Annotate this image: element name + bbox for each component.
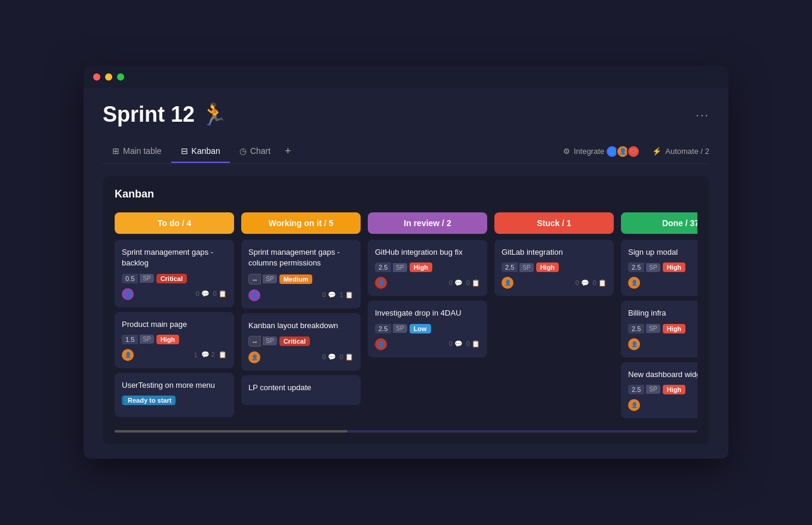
page-title: Sprint 12 🏃	[103, 102, 227, 127]
automate-icon: ⚡	[652, 147, 662, 156]
footer-stats: 0 💬 0 📋	[322, 353, 353, 361]
priority-tag: Critical	[279, 336, 310, 346]
card-footer: 👤 0 💬 0 📋	[628, 277, 697, 289]
footer-stats: 0 💬 0 📋	[449, 340, 480, 348]
stat-likes: 1	[194, 351, 198, 359]
card-footer: 👤 0 💬 0 📋	[628, 338, 697, 350]
sp-group: 2.5 SP	[628, 385, 660, 394]
stat-subtasks: 0 📋	[466, 340, 480, 348]
card-product-main[interactable]: Product main page 1.5 SP High 👤 1	[115, 312, 234, 368]
card-footer: 👤 0 💬 1 📋	[248, 289, 353, 301]
automate-label: Automate / 2	[665, 147, 709, 156]
card-tags: 2.5 SP High	[628, 262, 697, 272]
card-billing-infra[interactable]: Billing infra 2.5 SP High 👤 0 💬	[621, 301, 697, 357]
card-lp-content[interactable]: LP content update	[241, 375, 361, 405]
sp-group: 2.5 SP	[375, 262, 407, 272]
column-stuck-header: Stuck / 1	[494, 212, 614, 234]
kanban-icon: ⊟	[181, 146, 188, 156]
tab-main-table[interactable]: ⊞ Main table	[103, 140, 171, 163]
sp-label: SP	[393, 263, 407, 272]
tab-main-table-label: Main table	[123, 146, 162, 156]
priority-tag: High	[410, 262, 432, 272]
column-review-label: In review / 2	[404, 218, 451, 228]
card-sprint-gaps-backlog[interactable]: Sprint management gaps - backlog 0.5 SP …	[115, 240, 234, 307]
automate-action[interactable]: ⚡ Automate / 2	[652, 147, 709, 156]
priority-tag: High	[536, 262, 559, 272]
tab-kanban[interactable]: ⊟ Kanban	[171, 140, 230, 163]
sp-value: 2.5	[628, 385, 644, 394]
card-tags: 2.5 SP Low	[375, 324, 480, 333]
card-title: GitHub integration bug fix	[375, 247, 480, 258]
column-working: Working on it / 5 Sprint management gaps…	[241, 212, 361, 423]
tab-chart[interactable]: ◷ Chart	[230, 140, 280, 163]
card-footer: 👤 0 💬 0 📋	[502, 277, 607, 289]
chart-icon: ◷	[239, 146, 247, 156]
card-avatar: 👤	[375, 338, 387, 350]
footer-stats: 0 💬 0 📋	[196, 290, 227, 298]
maximize-dot[interactable]	[117, 73, 124, 81]
stat-subtasks: 1 📋	[340, 291, 353, 299]
footer-stats: 0 💬 0 📋	[576, 279, 607, 287]
sp-value: 2.5	[502, 262, 518, 272]
integrate-avatars: 🌐 👤 🛡	[608, 145, 640, 158]
priority-tag: Critical	[156, 274, 187, 283]
card-avatar: 👤	[628, 277, 640, 289]
stat-comments: 0 💬	[322, 353, 336, 361]
add-tab-button[interactable]: +	[280, 139, 296, 163]
sp-value: 2.5	[628, 324, 644, 333]
card-sprint-columns[interactable]: Sprint management gaps - columns permiss…	[241, 240, 361, 308]
card-title: GitLab integration	[502, 247, 607, 258]
column-review-header: In review / 2	[368, 212, 487, 234]
card-usertesting[interactable]: UserTesting on more menu Ready to start	[115, 373, 234, 417]
stat-comments: 0 💬	[576, 279, 589, 287]
column-working-label: Working on it / 5	[269, 218, 334, 228]
app-window: Sprint 12 🏃 ··· ⊞ Main table ⊟ Kanban ◷ …	[84, 66, 728, 459]
card-title: Sign up modal	[628, 247, 697, 258]
card-title: Investigate drop in 4DAU	[375, 308, 480, 319]
card-title: Kanban layout breakdown	[248, 320, 353, 331]
sp-label: SP	[646, 324, 660, 333]
kanban-columns: To do / 4 Sprint management gaps - backl…	[115, 212, 697, 423]
stat-subtasks: 0 📋	[340, 353, 353, 361]
tab-chart-label: Chart	[250, 146, 270, 156]
column-done-label: Done / 37	[662, 218, 697, 228]
column-review: In review / 2 GitHub integration bug fix…	[368, 212, 487, 423]
card-investigate-4dau[interactable]: Investigate drop in 4DAU 2.5 SP Low 👤 0	[368, 301, 487, 357]
sp-value: 1.5	[122, 335, 138, 344]
card-signup-modal[interactable]: Sign up modal 2.5 SP High 👤 0 💬	[621, 240, 697, 296]
column-todo-header: To do / 4	[115, 212, 234, 234]
scrollbar-thumb	[115, 430, 347, 433]
avatar-3: 🛡	[627, 145, 640, 158]
priority-tag: High	[156, 335, 179, 344]
card-avatar: 👤	[628, 399, 640, 411]
main-table-icon: ⊞	[112, 146, 119, 156]
sp-label: SP	[646, 385, 660, 394]
minimize-dot[interactable]	[105, 73, 112, 81]
sp-value: 2.5	[375, 324, 391, 333]
column-todo: To do / 4 Sprint management gaps - backl…	[115, 212, 234, 423]
card-new-dashboard[interactable]: New dashboard widget 2.5 SP High 👤 0 💬	[621, 362, 697, 418]
close-dot[interactable]	[93, 73, 100, 81]
card-avatar: 👤	[628, 338, 640, 350]
column-stuck: Stuck / 1 GitLab integration 2.5 SP High	[494, 212, 614, 423]
card-footer: 👤 0 💬 0 📋	[375, 338, 480, 350]
column-working-header: Working on it / 5	[241, 212, 361, 234]
stat-subtasks: 0 📋	[593, 279, 607, 287]
priority-tag: Low	[410, 324, 431, 333]
card-avatar: 👤	[122, 349, 134, 361]
card-tags: 2.5 SP High	[375, 262, 480, 272]
card-avatar: 👤	[248, 351, 260, 363]
horizontal-scrollbar[interactable]	[115, 430, 697, 433]
card-gitlab[interactable]: GitLab integration 2.5 SP High 👤 0 💬	[494, 240, 614, 296]
card-kanban-layout[interactable]: Kanban layout breakdown -- SP Critical 👤	[241, 313, 361, 370]
integrate-action[interactable]: ⚙ Integrate 🌐 👤 🛡	[563, 145, 640, 158]
footer-stats: 0 💬 0 📋	[449, 279, 480, 287]
card-tags: 1.5 SP High	[122, 335, 227, 344]
card-github-bug[interactable]: GitHub integration bug fix 2.5 SP High 👤	[368, 240, 487, 296]
sp-label: SP	[263, 274, 276, 283]
sp-label: SP	[140, 335, 153, 344]
card-tags: -- SP Critical	[248, 336, 353, 347]
sp-label: SP	[263, 336, 276, 345]
card-title: Billing infra	[628, 308, 697, 319]
more-button[interactable]: ···	[696, 108, 709, 122]
